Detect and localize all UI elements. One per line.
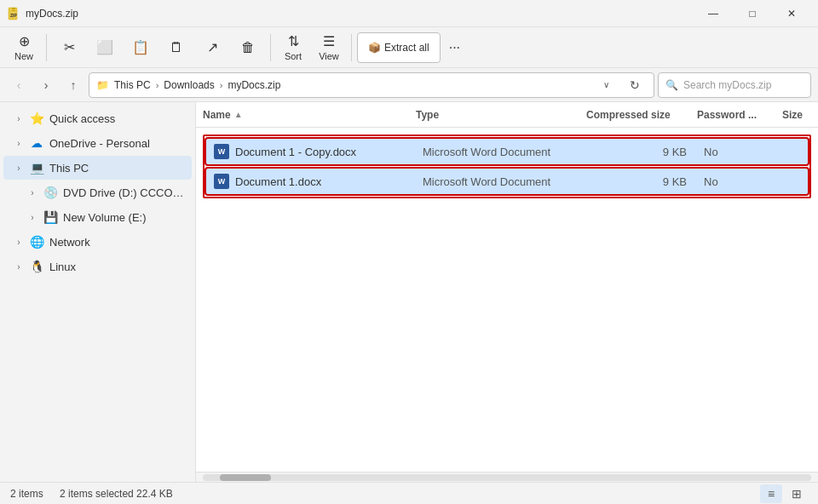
window-title: myDocs.zip	[26, 8, 78, 20]
sidebar-item-this-pc[interactable]: › 💻 This PC	[3, 156, 192, 180]
address-bar: ‹ › ↑ 📁 This PC › Downloads › myDocs.zip…	[0, 68, 818, 102]
rename-button[interactable]: 🗒	[159, 31, 193, 65]
chevron-icon: ›	[14, 261, 24, 272]
cut-button[interactable]: ✂	[52, 31, 86, 65]
this-pc-icon: 💻	[29, 160, 44, 175]
extract-icon: 📦	[368, 42, 381, 54]
minimize-button[interactable]: —	[694, 0, 733, 27]
dropdown-button[interactable]: ∨	[594, 73, 618, 97]
tiles-view-button[interactable]: ⊞	[786, 484, 808, 503]
new-button[interactable]: ⊕ New	[7, 31, 41, 65]
close-button[interactable]: ✕	[772, 0, 811, 27]
back-button[interactable]: ‹	[7, 73, 31, 97]
sidebar-item-label: Linux	[49, 261, 185, 273]
word-doc-icon: W	[213, 173, 230, 190]
main-content: › ⭐ Quick access › ☁ OneDrive - Personal…	[0, 102, 818, 482]
col-header-compressed[interactable]: Compressed size	[586, 109, 697, 121]
address-box[interactable]: 📁 This PC › Downloads › myDocs.zip ∨ ↻	[89, 72, 654, 98]
file-type: Microsoft Word Document	[423, 175, 593, 188]
delete-button[interactable]: 🗑	[231, 31, 265, 65]
sort-button[interactable]: ⇅ Sort	[276, 31, 310, 65]
toolbar-separator-3	[351, 34, 352, 61]
view-button[interactable]: ☰ View	[312, 31, 346, 65]
file-list-header: Name ▲ Type Compressed size Password ...…	[196, 102, 818, 128]
col-header-name[interactable]: Name ▲	[203, 109, 416, 121]
copy-icon: ⬜	[96, 39, 113, 55]
col-header-size[interactable]: Size	[782, 109, 811, 121]
chevron-icon: ›	[14, 163, 24, 173]
sidebar-item-label: Quick access	[49, 112, 185, 125]
breadcrumb-sep-1: ›	[156, 80, 159, 90]
sidebar-item-quick-access[interactable]: › ⭐ Quick access	[3, 106, 192, 130]
paste-button[interactable]: 📋	[124, 31, 158, 65]
file-pane: Name ▲ Type Compressed size Password ...…	[196, 102, 818, 482]
search-icon: 🔍	[665, 79, 678, 91]
svg-rect-4	[12, 11, 15, 12]
horizontal-scrollbar[interactable]	[196, 472, 818, 482]
file-list: W Document 1 - Copy.docx Microsoft Word …	[196, 128, 818, 472]
col-header-type[interactable]: Type	[416, 109, 586, 121]
status-bar: 2 items 2 items selected 22.4 KB ≡ ⊞	[0, 482, 818, 504]
sidebar-item-network[interactable]: › 🌐 Network	[3, 230, 192, 254]
breadcrumb-part-3[interactable]: myDocs.zip	[228, 79, 280, 91]
extract-all-button[interactable]: 📦 Extract all	[357, 32, 441, 63]
sidebar-item-dvd-drive[interactable]: › 💿 DVD Drive (D:) CCCOMA_X6	[3, 180, 192, 204]
file-compressed-size: 9 KB	[593, 175, 704, 188]
breadcrumb-sep-2: ›	[220, 80, 223, 90]
selection-outline: W Document 1 - Copy.docx Microsoft Word …	[203, 135, 811, 198]
sidebar-item-label: This PC	[49, 162, 185, 175]
sidebar: › ⭐ Quick access › ☁ OneDrive - Personal…	[0, 102, 196, 482]
sidebar-item-label: DVD Drive (D:) CCCOMA_X6	[63, 186, 185, 199]
breadcrumb-part-2[interactable]: Downloads	[164, 79, 214, 91]
delete-icon: 🗑	[241, 40, 255, 55]
rename-icon: 🗒	[170, 40, 183, 55]
drive-icon: 💾	[43, 209, 58, 225]
col-header-password[interactable]: Password ...	[697, 109, 782, 121]
refresh-button[interactable]: ↻	[623, 73, 647, 97]
svg-text:ZIP: ZIP	[10, 13, 17, 18]
linux-icon: 🐧	[29, 259, 44, 274]
chevron-icon: ›	[14, 113, 24, 123]
toolbar-separator	[46, 34, 47, 61]
title-bar: ZIP myDocs.zip — □ ✕	[0, 0, 818, 27]
file-name: Document 1 - Copy.docx	[235, 146, 423, 158]
toolbar: ⊕ New ✂ ⬜ 📋 🗒 ↗ 🗑 ⇅ Sort ☰ View 📦 Extrac…	[0, 27, 818, 68]
file-item[interactable]: W Document 1 - Copy.docx Microsoft Word …	[204, 137, 809, 166]
file-compressed-size: 9 KB	[593, 146, 704, 158]
share-button[interactable]: ↗	[195, 31, 229, 65]
folder-icon: 📁	[96, 79, 109, 91]
forward-button[interactable]: ›	[34, 73, 58, 97]
scrollbar-track[interactable]	[203, 474, 811, 481]
word-doc-icon: W	[213, 143, 230, 160]
breadcrumb-part-1[interactable]: This PC	[114, 79, 151, 91]
file-name: Document 1.docx	[235, 175, 423, 188]
up-button[interactable]: ↑	[61, 73, 85, 97]
svg-rect-1	[12, 8, 15, 9]
sidebar-item-linux[interactable]: › 🐧 Linux	[3, 255, 192, 278]
chevron-icon: ›	[14, 237, 24, 247]
sidebar-item-label: New Volume (E:)	[63, 211, 185, 224]
scrollbar-thumb[interactable]	[220, 474, 271, 481]
paste-icon: 📋	[132, 39, 149, 55]
copy-button[interactable]: ⬜	[88, 31, 122, 65]
sidebar-item-new-volume[interactable]: › 💾 New Volume (E:)	[3, 205, 192, 229]
quick-access-icon: ⭐	[29, 111, 44, 126]
sort-icon: ⇅	[288, 33, 299, 49]
svg-rect-2	[12, 9, 15, 10]
details-view-button[interactable]: ≡	[760, 484, 782, 503]
file-password: No	[704, 175, 789, 188]
search-box[interactable]: 🔍 Search myDocs.zip	[658, 72, 811, 98]
share-icon: ↗	[207, 39, 218, 55]
file-item[interactable]: W Document 1.docx Microsoft Word Documen…	[204, 167, 809, 196]
file-type: Microsoft Word Document	[423, 146, 593, 158]
view-icon: ☰	[323, 33, 335, 49]
status-right: ≡ ⊞	[760, 484, 808, 503]
chevron-icon: ›	[14, 138, 24, 148]
more-button[interactable]: ···	[442, 32, 467, 63]
sort-indicator: ▲	[234, 110, 243, 119]
zip-icon: ZIP	[7, 7, 20, 20]
maximize-button[interactable]: □	[733, 0, 772, 27]
chevron-icon: ›	[27, 187, 37, 198]
network-icon: 🌐	[29, 234, 44, 249]
sidebar-item-onedrive[interactable]: › ☁ OneDrive - Personal	[3, 131, 192, 155]
